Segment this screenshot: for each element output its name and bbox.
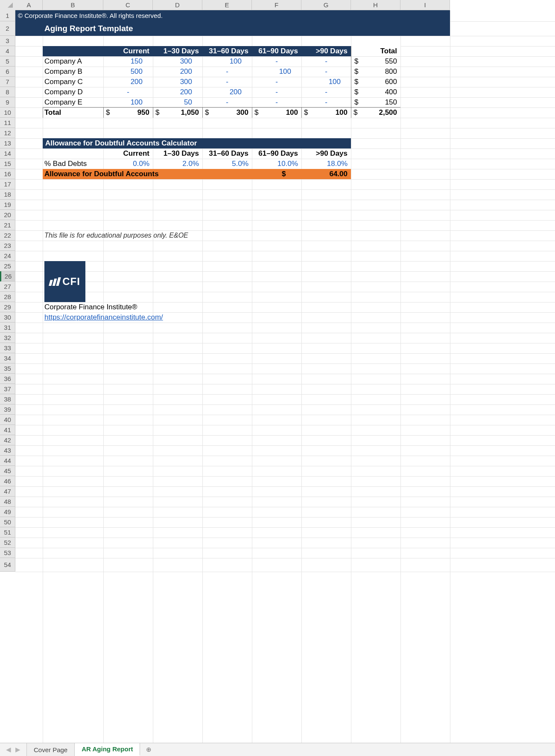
aging-value[interactable]: 100 [252,67,301,77]
row-header[interactable]: 12 [0,128,15,138]
row-header[interactable]: 3 [0,36,15,46]
row-header[interactable]: 52 [0,538,15,548]
row-header[interactable]: 42 [0,435,15,445]
aging-value[interactable]: 200 [202,87,252,97]
row-header[interactable]: 15 [0,159,15,169]
aging-value[interactable]: - [301,87,351,97]
row-header[interactable]: 51 [0,527,15,538]
aging-value[interactable]: 150 [103,56,153,67]
aging-value[interactable]: 300 [153,56,202,67]
bad-debts-pct[interactable]: 2.0% [153,159,202,169]
row-header[interactable]: 4 [0,46,15,56]
row-header[interactable]: 13 [0,138,15,148]
aging-value[interactable]: - [202,67,252,77]
row-header[interactable]: 43 [0,445,15,456]
new-sheet-button[interactable]: ⊕ [140,743,158,756]
aging-value[interactable]: 200 [103,77,153,87]
row-header[interactable]: 19 [0,200,15,210]
bad-debts-pct[interactable]: 5.0% [202,159,252,169]
row-header[interactable]: 25 [0,261,15,271]
row-header[interactable]: 39 [0,404,15,415]
row-header[interactable]: 41 [0,425,15,435]
row-header[interactable]: 32 [0,333,15,343]
column-header[interactable]: G [301,0,351,10]
row-header[interactable]: 33 [0,343,15,353]
row-header[interactable]: 11 [0,118,15,128]
bad-debts-pct[interactable]: 10.0% [252,159,301,169]
row-header[interactable]: 40 [0,415,15,425]
cfi-logo: CFI [44,261,85,302]
row-header[interactable]: 29 [0,302,15,312]
aging-value[interactable]: - [301,67,351,77]
tab-nav-prev-icon[interactable]: ◀ [6,746,11,753]
row-header[interactable]: 16 [0,169,15,179]
row-header[interactable]: 38 [0,394,15,404]
aging-value[interactable]: - [252,56,301,67]
column-header[interactable]: E [202,0,252,10]
row-header[interactable]: 34 [0,353,15,363]
row-header[interactable]: 30 [0,312,15,323]
column-header[interactable]: H [351,0,400,10]
row-header[interactable]: 31 [0,323,15,333]
aging-value[interactable]: - [202,77,252,87]
org-url-link[interactable]: https://corporatefinanceinstitute.com/ [43,312,252,323]
row-header[interactable]: 17 [0,179,15,189]
sheet-tab-ar-aging-report[interactable]: AR Aging Report [75,743,140,756]
row-header[interactable]: 27 [0,282,15,292]
aging-value[interactable]: - [301,56,351,67]
row-header[interactable]: 47 [0,486,15,497]
aging-value[interactable]: 100 [301,77,351,87]
column-header[interactable]: D [153,0,202,10]
allowance-header: 61–90 Days [252,148,301,159]
sheet-tab-cover-page[interactable]: Cover Page [26,743,75,756]
select-all-corner[interactable] [0,0,16,11]
column-header[interactable]: F [252,0,301,10]
row-header[interactable]: 22 [0,230,15,241]
aging-value[interactable]: - [252,87,301,97]
row-header[interactable]: 14 [0,148,15,159]
row-header[interactable]: 8 [0,87,15,97]
row-header[interactable]: 37 [0,384,15,394]
row-header[interactable]: 26 [0,271,15,282]
row-header[interactable]: 28 [0,292,15,302]
row-header[interactable]: 45 [0,466,15,476]
aging-value[interactable]: - [252,77,301,87]
column-header[interactable]: I [400,0,450,10]
row-header[interactable]: 48 [0,497,15,507]
plus-icon: ⊕ [146,746,152,753]
row-header[interactable]: 7 [0,77,15,87]
aging-value[interactable]: 200 [153,87,202,97]
aging-value[interactable]: 100 [202,56,252,67]
row-header[interactable]: 54 [0,558,15,572]
row-header[interactable]: 44 [0,456,15,466]
bad-debts-pct[interactable]: 0.0% [103,159,153,169]
aging-value[interactable]: 500 [103,67,153,77]
cell [202,97,252,108]
row-header[interactable]: 10 [0,108,15,118]
row-header[interactable]: 46 [0,476,15,486]
row-header[interactable]: 5 [0,56,15,67]
column-header[interactable]: C [103,0,153,10]
row-header[interactable]: 24 [0,251,15,261]
aging-value[interactable]: 200 [153,67,202,77]
column-header[interactable]: A [15,0,43,10]
bad-debts-pct[interactable]: 18.0% [301,159,351,169]
row-header[interactable]: 23 [0,241,15,251]
row-header[interactable]: 2 [0,21,15,36]
tab-nav-next-icon[interactable]: ▶ [15,746,20,753]
row-header[interactable]: 6 [0,67,15,77]
row-header[interactable]: 9 [0,97,15,108]
aging-value[interactable]: - [103,87,153,97]
grid[interactable] [15,10,555,743]
column-header[interactable]: B [43,0,103,10]
row-header[interactable]: 49 [0,507,15,517]
row-header[interactable]: 50 [0,517,15,527]
row-header[interactable]: 36 [0,374,15,384]
row-header[interactable]: 20 [0,210,15,220]
aging-value[interactable]: 300 [153,77,202,87]
row-header[interactable]: 1 [0,10,15,21]
row-header[interactable]: 53 [0,548,15,558]
row-header[interactable]: 21 [0,220,15,230]
row-header[interactable]: 35 [0,363,15,374]
row-header[interactable]: 18 [0,189,15,200]
